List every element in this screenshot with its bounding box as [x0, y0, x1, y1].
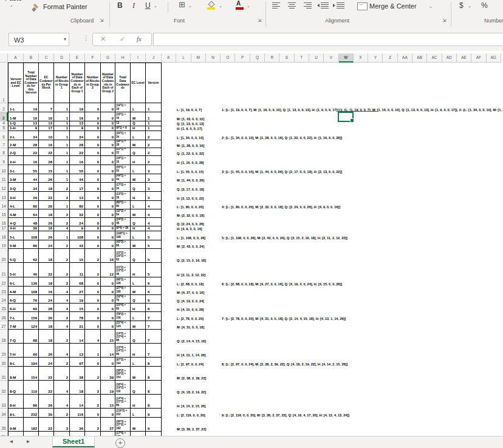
cell-G34[interactable]: 0 [101, 409, 115, 418]
cell-D26[interactable]: 2 [54, 312, 70, 321]
cell-L3-overflow-text[interactable]: M: [1, 16, 0, 0, 10] [177, 117, 204, 121]
cell-B36[interactable]: 132 [24, 432, 39, 436]
cell-A13[interactable]: 3-H [8, 192, 24, 201]
row-header-35[interactable]: 35 [0, 418, 8, 432]
cell-I27[interactable]: M [131, 321, 146, 330]
cell-I25[interactable]: H [131, 304, 146, 312]
insert-function-icon[interactable]: fx [137, 35, 142, 42]
cell-B26[interactable]: 156 [24, 312, 39, 321]
cell-I3[interactable]: M [131, 112, 146, 121]
cell-B31[interactable]: 154 [24, 367, 39, 381]
cell-J29[interactable]: 7 [146, 344, 162, 358]
cell-C26[interactable]: 20 [39, 312, 54, 321]
cell-L23-overflow-text[interactable]: M: [4, 27, 0, 0, 16] [177, 291, 204, 294]
cell-J18[interactable]: 5 [146, 231, 162, 240]
column-header-AE[interactable]: AE [457, 53, 471, 63]
cell-J12[interactable]: 3 [146, 183, 162, 192]
cell-F15[interactable]: 0 [85, 209, 101, 218]
cell-F31[interactable]: 2 [85, 367, 101, 381]
cell-C35[interactable]: 22 [39, 418, 54, 432]
cell-L9-overflow-text[interactable]: H: [1, 16, 0, 0, 28] [177, 161, 204, 165]
cell-G27[interactable]: 0 [101, 321, 115, 330]
cell-B12[interactable]: 34 [24, 183, 39, 192]
cell-I29[interactable]: H [131, 344, 146, 358]
row-header-16[interactable]: 16 [0, 218, 8, 226]
cell-J23[interactable]: 6 [146, 287, 162, 295]
cell-E36[interactable]: 16 [70, 432, 85, 436]
cell-D8[interactable]: 1 [54, 148, 70, 156]
cell-G16[interactable]: 0 [101, 218, 115, 226]
cell-A25[interactable]: 6-H [8, 304, 24, 312]
cell-A31[interactable]: 8-M [8, 367, 24, 381]
row-header-36[interactable]: 36 [0, 432, 8, 436]
cell-L10-overflow-text[interactable]: L: [1, 55, 0, 0, 15] [177, 170, 204, 174]
row-header-15[interactable]: 15 [0, 209, 8, 218]
cell-L22-overflow-text[interactable]: L: [2, 68, 0, 0, 18] [177, 282, 204, 286]
cell-G35[interactable]: 37 [101, 418, 115, 432]
cell-B10[interactable]: 55 [24, 165, 39, 174]
cell-B32[interactable]: 110 [24, 381, 39, 395]
cell-C20[interactable]: 18 [39, 249, 54, 263]
column-header-AA[interactable]: AA [398, 53, 412, 63]
cell-I4[interactable]: Q [131, 121, 146, 126]
cell-A2[interactable]: 1-L [8, 103, 24, 112]
cell-D19[interactable]: 2 [54, 240, 70, 249]
cell-E15[interactable]: 32 [70, 209, 85, 218]
column-header-W[interactable]: W [339, 53, 354, 63]
name-box-dropdown-icon[interactable]: ▾ [64, 33, 66, 46]
cell-J22[interactable]: 6 [146, 277, 162, 287]
cell-E31[interactable]: 38 [70, 367, 85, 381]
row-header-21[interactable]: 21 [0, 263, 8, 277]
cell-O6-overflow-text[interactable]: 2: [L: [1, 34, 0, 0, 10], M: [1, 28, 0, … [222, 136, 342, 140]
cell-J35[interactable]: 9 [146, 418, 162, 432]
cell-E17[interactable]: 9 [70, 226, 85, 231]
cell-D29[interactable]: 4 [54, 344, 70, 358]
column-header-A[interactable]: A [8, 53, 24, 63]
row-header-2[interactable]: 2 [0, 103, 8, 112]
cell-H20[interactable]: (15*2) + (16*2) = 62 [115, 249, 131, 263]
cell-D17[interactable]: 4 [54, 226, 70, 231]
cell-D36[interactable]: 4 [54, 432, 70, 436]
cell-E4[interactable]: 13 [70, 121, 85, 126]
cell-L31-overflow-text[interactable]: M: [2, 38, 2, 39, 22] [177, 376, 206, 380]
cell-G23[interactable]: 0 [101, 287, 115, 295]
cell-L2-overflow-text[interactable]: L: [1, 19, 0, 0, 7] [177, 108, 202, 112]
header-cell-E1[interactable]: Number of Data Codewords in Each of Grou… [70, 63, 85, 103]
cell-F29[interactable]: 1 [85, 344, 101, 358]
cell-J7[interactable]: 2 [146, 140, 162, 148]
cell-G21[interactable]: 12 [101, 263, 115, 277]
row-header-30[interactable]: 30 [0, 358, 8, 367]
cancel-icon[interactable]: ✕ [100, 35, 106, 43]
column-header-Q[interactable]: Q [250, 53, 265, 63]
column-header-N[interactable]: N [206, 53, 221, 63]
cell-H7[interactable]: (28*1) = 28 [115, 140, 131, 148]
next-sheet-arrow-icon[interactable]: ▸ [27, 438, 30, 444]
row-header-13[interactable]: 13 [0, 192, 8, 201]
cell-H30[interactable]: (97*2) = 194 [115, 358, 131, 367]
cell-G24[interactable]: 0 [101, 295, 115, 304]
cell-E7[interactable]: 28 [70, 140, 85, 148]
cell-G18[interactable]: 0 [101, 231, 115, 240]
cell-G29[interactable]: 14 [101, 344, 115, 358]
cell-J31[interactable]: 8 [146, 367, 162, 381]
cell-C30[interactable]: 24 [39, 358, 54, 367]
cell-A18[interactable]: 5-L [8, 231, 24, 240]
cell-B20[interactable]: 62 [24, 249, 39, 263]
row-header-10[interactable]: 10 [0, 165, 8, 174]
cell-G30[interactable]: 0 [101, 358, 115, 367]
row-header-17[interactable]: 17 [0, 226, 8, 231]
cell-H23[interactable]: (27*4) = 108 [115, 287, 131, 295]
sheet-tab-sheet1[interactable]: Sheet1 [52, 436, 95, 447]
cell-F7[interactable]: 0 [85, 140, 101, 148]
column-header-AB[interactable]: AB [412, 53, 427, 63]
row-header-34[interactable]: 34 [0, 409, 8, 418]
header-cell-F1[interactable]: Number of Blocks in Group 2 [85, 63, 101, 103]
cell-H5[interactable]: (9*1) = 9 [115, 126, 131, 131]
cell-I26[interactable]: L [131, 312, 146, 321]
cell-A3[interactable]: 1-M [8, 112, 24, 121]
cell-A36[interactable]: 9-Q [8, 432, 24, 436]
cell-L12-overflow-text[interactable]: Q: [2, 17, 0, 0, 18] [177, 188, 204, 191]
cell-B23[interactable]: 108 [24, 287, 39, 295]
font-dialog-launcher-icon[interactable]: ⇲ [258, 18, 262, 23]
column-header-J[interactable]: J [146, 53, 162, 63]
